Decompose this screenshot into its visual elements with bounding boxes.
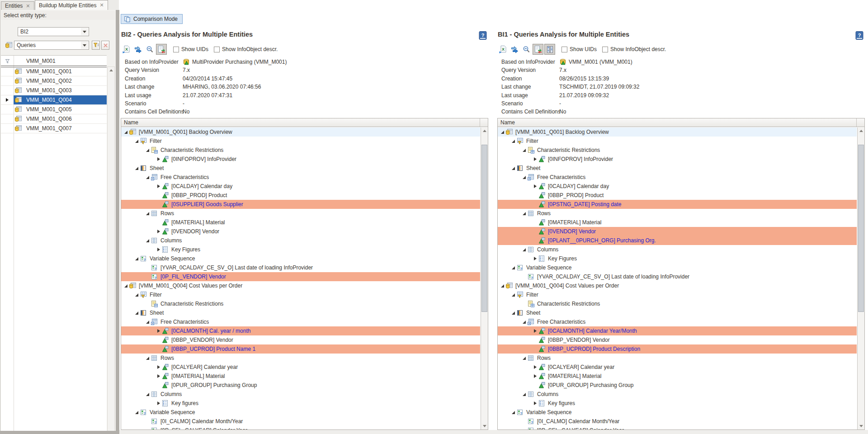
expand-icon[interactable] bbox=[156, 365, 161, 369]
sidebar-splitter[interactable] bbox=[116, 10, 119, 434]
tree-row[interactable]: Columns bbox=[498, 245, 857, 254]
tab-entities[interactable]: Entities ✕ bbox=[1, 1, 34, 10]
chevron-down-icon[interactable] bbox=[81, 28, 88, 35]
tree-row[interactable]: [0PUR_GROUP] Purchasing Group bbox=[121, 381, 480, 390]
tree-row[interactable]: [0SUPPLIER] Goods Supplier bbox=[121, 200, 480, 209]
collapse-icon[interactable] bbox=[134, 257, 140, 260]
tree-row[interactable]: ?Variable Sequence bbox=[121, 408, 480, 417]
tree-row[interactable]: ?[0P_FIL_VENDOR] Vendor bbox=[121, 272, 480, 281]
checkbox[interactable] bbox=[214, 47, 220, 52]
list-filter-value[interactable]: VMM_M001 bbox=[25, 58, 56, 64]
collapse-icon[interactable] bbox=[521, 248, 527, 251]
list-item[interactable]: VMM_M001_Q007 bbox=[1, 124, 107, 133]
tree-row[interactable]: Filter bbox=[498, 290, 857, 299]
transfer-icon[interactable] bbox=[509, 44, 520, 55]
collapse-icon[interactable] bbox=[145, 393, 151, 396]
collapse-icon[interactable] bbox=[134, 311, 140, 315]
tree-row[interactable]: [0MATERIAL] Material bbox=[121, 372, 480, 381]
scroll-up-icon[interactable] bbox=[108, 67, 114, 74]
tree-row[interactable]: [0CALDAY] Calendar day bbox=[121, 182, 480, 191]
tree-row[interactable]: Characteristic Restrictions bbox=[121, 146, 480, 155]
tree-row[interactable]: [0BBP_UCPROD] Product Description bbox=[498, 344, 857, 354]
transfer-icon[interactable] bbox=[132, 44, 143, 55]
show-infoobject-descr-checkbox[interactable]: Show InfoObject descr. bbox=[602, 46, 666, 52]
collapse-icon[interactable] bbox=[134, 293, 140, 297]
collapse-icon[interactable] bbox=[500, 284, 505, 288]
collapse-icon[interactable] bbox=[145, 321, 151, 324]
tree-row[interactable]: ?Variable Sequence bbox=[498, 408, 857, 417]
tree-row[interactable]: [0CALDAY] Calendar day bbox=[498, 182, 857, 191]
collapse-icon[interactable] bbox=[510, 293, 516, 297]
expand-icon[interactable] bbox=[532, 184, 538, 188]
scroll-down-icon[interactable] bbox=[481, 423, 488, 429]
tree-row[interactable]: [0CALYEAR] Calendar year bbox=[498, 363, 857, 372]
tree-row[interactable]: Sheet bbox=[498, 164, 857, 173]
column-header[interactable]: Name bbox=[498, 118, 864, 127]
scrollbar-thumb[interactable] bbox=[481, 145, 487, 312]
tree-row[interactable]: [0MATERIAL] Material bbox=[498, 372, 857, 381]
list-item[interactable]: VMM_M001_Q003 bbox=[1, 86, 107, 95]
collapse-icon[interactable] bbox=[145, 212, 151, 215]
tree-row[interactable]: ?[0I_CALMO] Calendar Month/Year bbox=[498, 417, 857, 426]
tree-row[interactable]: [VMM_M001_Q004] Cost Values per Order bbox=[121, 281, 480, 290]
collapse-icon[interactable] bbox=[521, 176, 527, 179]
collapse-icon[interactable] bbox=[510, 311, 516, 315]
tree-row[interactable]: [0PLANT__0PURCH_ORG] Purchasing Org. bbox=[498, 236, 857, 245]
tree-row[interactable]: Filter bbox=[121, 290, 480, 299]
tree-row[interactable]: [0PSTNG_DATE] Posting date bbox=[498, 200, 857, 209]
excel-export-icon[interactable]: X bbox=[121, 44, 132, 55]
expand-icon[interactable] bbox=[532, 374, 538, 378]
entity-system-select[interactable]: BI2 bbox=[18, 27, 89, 36]
zoom-out-icon[interactable] bbox=[144, 44, 155, 55]
expand-icon[interactable] bbox=[156, 248, 161, 251]
tree-row[interactable]: Characteristic Restrictions bbox=[498, 146, 857, 155]
tree-scrollbar[interactable] bbox=[481, 127, 488, 429]
tree-row[interactable]: aFree Characteristics bbox=[498, 317, 857, 326]
collapse-icon[interactable] bbox=[145, 149, 151, 152]
tree-row[interactable]: ?[0P_SEL_CALYEAR] Calendar Year bbox=[498, 426, 857, 429]
tree-row[interactable]: ?[0I_CALMO] Calendar Month/Year bbox=[121, 417, 480, 426]
expand-collapse-icon[interactable] bbox=[156, 44, 167, 55]
tree-row[interactable]: [0BBP_VENDOR] Vendor bbox=[498, 335, 857, 344]
list-item[interactable]: VMM_M001_Q005 bbox=[1, 105, 107, 114]
list-item[interactable]: VMM_M001_Q002 bbox=[1, 76, 107, 86]
collapse-icon[interactable] bbox=[521, 149, 527, 152]
collapse-icon[interactable] bbox=[123, 131, 129, 134]
tree-row[interactable]: [0BBP_PROD] Product bbox=[498, 191, 857, 200]
scroll-up-icon[interactable] bbox=[481, 127, 488, 134]
tab-buildup-multiple-entities[interactable]: Buildup Multiple Entities ✕ bbox=[35, 0, 108, 10]
scroll-up-icon[interactable] bbox=[858, 127, 864, 134]
tree-row[interactable]: Rows bbox=[498, 209, 857, 218]
expand-icon[interactable] bbox=[156, 329, 161, 333]
scrollbar-thumb[interactable] bbox=[858, 145, 864, 312]
show-uids-checkbox[interactable]: Show UIDs bbox=[173, 46, 208, 52]
tree-row[interactable]: aFree Characteristics bbox=[121, 317, 480, 326]
collapse-icon[interactable] bbox=[145, 239, 151, 242]
show-infoobject-descr-checkbox[interactable]: Show InfoObject descr. bbox=[214, 46, 278, 52]
collapse-icon[interactable] bbox=[521, 357, 527, 360]
tree-row[interactable]: Columns bbox=[121, 236, 480, 245]
expand-icon[interactable] bbox=[156, 157, 161, 161]
collapse-icon[interactable] bbox=[521, 393, 527, 396]
tree-row[interactable]: [0BBP_PROD] Product bbox=[121, 191, 480, 200]
tree-row[interactable]: [0BBP_UCPROD] Product Name 1 bbox=[121, 344, 480, 354]
tree-row[interactable]: Sheet bbox=[121, 164, 480, 173]
tree-row[interactable]: Rows bbox=[498, 354, 857, 363]
tree-row[interactable]: aFree Characteristics bbox=[498, 173, 857, 182]
tree-row[interactable]: [0BBP_VENDOR] Vendor bbox=[121, 335, 480, 344]
tree-row[interactable]: [VMM_M001_Q004] Cost Values per Order bbox=[498, 281, 857, 290]
tree-row[interactable]: [0MATERIAL] Material bbox=[121, 218, 480, 227]
tree-row[interactable]: ?Variable Sequence bbox=[121, 254, 480, 263]
tree-row[interactable]: Rows bbox=[121, 354, 480, 363]
expand-icon[interactable] bbox=[156, 374, 161, 378]
collapse-icon[interactable] bbox=[134, 140, 140, 143]
tree-row[interactable]: Rows bbox=[121, 209, 480, 218]
tree-row[interactable]: [0INFOPROV] InfoProvider bbox=[498, 155, 857, 164]
help-book-icon[interactable]: ? bbox=[855, 31, 864, 41]
list-item[interactable]: VMM_M001_Q006 bbox=[1, 114, 107, 124]
tree-row[interactable]: Key Figures bbox=[121, 245, 480, 254]
tree-row[interactable]: Filter bbox=[121, 137, 480, 146]
tree-row[interactable]: aFree Characteristics bbox=[121, 173, 480, 182]
collapse-icon[interactable] bbox=[510, 140, 516, 143]
zoom-out-icon[interactable] bbox=[521, 44, 532, 55]
